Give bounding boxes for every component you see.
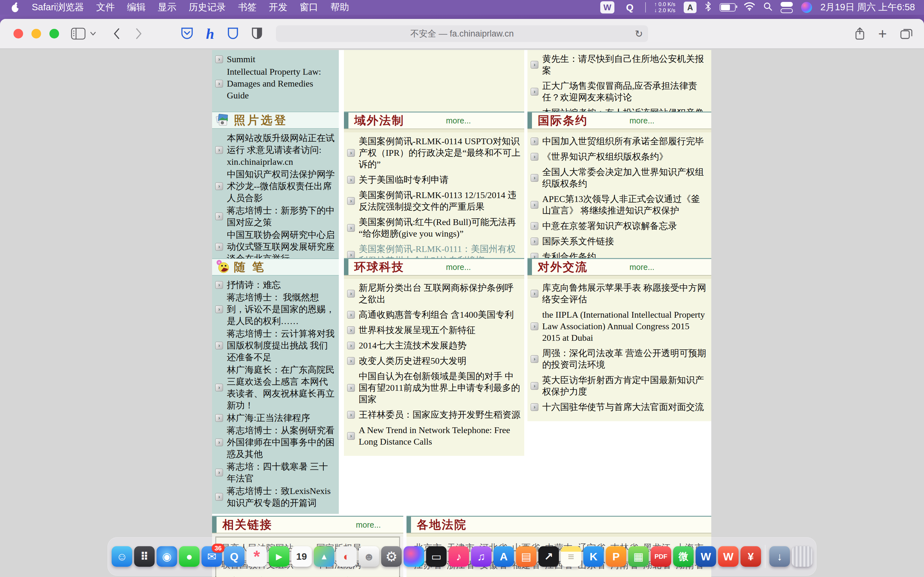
dock-icon-finder[interactable]: ☺: [111, 546, 132, 567]
article-link[interactable]: Intellectual Property Law: Damages and R…: [227, 66, 336, 101]
article-link[interactable]: 林广海庭长：在广东高院民三庭欢送会上感言 本网代表读者、网友祝林庭长再立新功！: [227, 364, 336, 411]
article-link[interactable]: 全国人大常委会决定加入世界知识产权组织版权条约: [542, 166, 709, 189]
dock-icon-mail[interactable]: ✉ 36: [202, 546, 222, 567]
siri-icon[interactable]: [801, 2, 812, 13]
article-link[interactable]: 周强：深化司法改革 营造公开透明可预期的投资司法环境: [542, 348, 709, 371]
menu-item[interactable]: 帮助: [325, 1, 355, 14]
network-speed-indicator[interactable]: ↑ 0.0 K/s ↓ 2.0 K/s: [654, 1, 675, 13]
dock-icon-system-settings[interactable]: ⚙: [381, 546, 402, 567]
article-link[interactable]: 林广海:正当法律程序: [227, 412, 310, 424]
article-link[interactable]: 本网站改版升级网站正在试运行 求意见请读者访问: xin.chinaiprlaw…: [227, 132, 336, 168]
dock-icon-siri[interactable]: [404, 546, 424, 567]
honey-extension-icon[interactable]: h: [206, 25, 214, 42]
pocket-extension-icon[interactable]: [181, 27, 193, 40]
menu-item[interactable]: 编辑: [121, 1, 152, 14]
article-link[interactable]: 美国案例简讯-RLMK-0111：美国州有权利保护其州内企业对抗专利蟑螂: [359, 243, 522, 258]
privacy-shield-icon[interactable]: [252, 27, 262, 40]
reload-icon[interactable]: ↻: [635, 28, 643, 39]
shield-extension-icon[interactable]: [227, 27, 239, 40]
menu-item[interactable]: Safari浏览器: [26, 1, 90, 14]
article-link[interactable]: 蒋志培博士：从案例研究看外国律师在中国事务中的困惑及其他: [227, 424, 336, 460]
dock-icon-downloads[interactable]: ↓: [769, 546, 790, 567]
dock-icon-qq[interactable]: Q: [224, 546, 244, 567]
bluetooth-icon[interactable]: [705, 2, 711, 13]
article-link[interactable]: 十六国驻华使节与首席大法官面对面交流: [542, 401, 704, 413]
dock-icon-notes[interactable]: ≡: [561, 546, 582, 567]
article-link[interactable]: 美国案例简讯:红牛(Red Bull)可能无法再“给你翅膀(give you w…: [359, 216, 522, 239]
back-button[interactable]: [113, 28, 120, 39]
treaties-more-link[interactable]: more...: [630, 116, 654, 125]
article-link[interactable]: 中意在京签署知识产权谅解备忘录: [542, 220, 677, 232]
article-link[interactable]: 库克向鲁炜展示苹果手表 称愿接受中方网络安全评估: [542, 282, 709, 305]
dock-icon-keynote[interactable]: K: [583, 546, 604, 567]
close-window-button[interactable]: [13, 29, 23, 39]
wifi-icon[interactable]: [744, 2, 755, 13]
new-tab-button[interactable]: +: [878, 27, 887, 40]
dock-icon-tv[interactable]: ▭: [426, 546, 447, 567]
article-link[interactable]: 抒情诗：难忘: [227, 279, 281, 291]
article-link[interactable]: Summit: [227, 53, 255, 65]
article-link[interactable]: 美国案例简讯-RLMK-0113 12/15/2014 违反法院强制提交文件的严…: [359, 189, 522, 213]
dock-icon-contacts[interactable]: ☻: [359, 546, 379, 567]
dock-icon-music[interactable]: ♪: [449, 546, 469, 567]
dock-icon-photo-booth[interactable]: ◐: [336, 546, 357, 567]
forward-button[interactable]: [136, 28, 142, 39]
menu-item[interactable]: 书签: [232, 1, 263, 14]
menu-bar-clock[interactable]: 2月19日 周六 上午6:58: [821, 1, 915, 14]
dock-icon-bank-app[interactable]: ¥: [740, 546, 761, 567]
dock-icon-wps-office[interactable]: W: [718, 546, 738, 567]
menu-item[interactable]: 开发: [263, 1, 294, 14]
article-link[interactable]: the IIPLA (International Intellectual Pr…: [542, 309, 709, 343]
dock-icon-messages[interactable]: ●: [179, 546, 200, 567]
article-link[interactable]: 改变人类历史进程50大发明: [359, 355, 467, 367]
article-link[interactable]: 专利合作条约: [542, 251, 596, 258]
article-link[interactable]: 高通收购惠普专利组合 含1400美国专利: [359, 309, 514, 321]
minimize-window-button[interactable]: [31, 29, 41, 39]
dock-icon-trash[interactable]: [792, 546, 813, 567]
dock-icon-maps[interactable]: ▲: [314, 546, 334, 567]
dock-icon-photos[interactable]: *: [246, 546, 267, 567]
article-link[interactable]: 2014七大主流技术发展趋势: [359, 340, 467, 351]
address-bar[interactable]: 不安全 — fa.chinaiprlaw.cn ↻: [276, 25, 648, 42]
dock-icon-podcasts[interactable]: ♫: [471, 546, 491, 567]
article-link[interactable]: 王祥林委员：国家应支持开发野生稻资源: [359, 409, 520, 421]
menu-item[interactable]: 窗口: [294, 1, 325, 14]
spotlight-search-icon[interactable]: [763, 2, 772, 13]
article-link[interactable]: 关于美国临时专利申请: [359, 174, 449, 185]
dock-icon-safari[interactable]: ◉: [157, 546, 177, 567]
menu-item[interactable]: 文件: [90, 1, 121, 14]
article-link[interactable]: 世界科技发展呈现五个新特征: [359, 324, 475, 336]
dock-icon-pages[interactable]: P: [606, 546, 626, 567]
article-link[interactable]: 本网站编者按：有人投诉该网站侵犯音像知识产权严重，要求还中国音像市场一片晴朗天空: [542, 107, 709, 111]
article-link[interactable]: 蒋志培：四十载寒暑 三十年法官: [227, 461, 336, 484]
menu-item[interactable]: 显示: [152, 1, 183, 14]
article-link[interactable]: 中国加入世贸组织所有承诺全部履行完毕: [542, 135, 704, 147]
sidebar-chevron-icon[interactable]: [90, 31, 96, 36]
article-link[interactable]: 《世界知识产权组织版权条约》: [542, 151, 668, 163]
article-link[interactable]: 中国互联协会网研究中心启动仪式暨互联网发展研究座谈会在北京举行: [227, 229, 336, 258]
menu-item[interactable]: 历史记录: [183, 1, 232, 14]
share-icon[interactable]: [855, 27, 865, 40]
article-link[interactable]: 美国案例简讯-RLMK-0114 USPTO对知识产权（IPR）的行政决定是“最…: [359, 135, 522, 170]
dock-icon-launchpad[interactable]: ⠿: [134, 546, 155, 567]
article-link[interactable]: A New Trend in Network Telephone: Free L…: [359, 424, 522, 448]
dock-icon-calendar[interactable]: 19: [291, 546, 312, 567]
article-link[interactable]: 蒋志培博士：云计算将对我国版权制度提出挑战 我们还准备不足: [227, 327, 336, 363]
global-tech-more-link[interactable]: more...: [446, 263, 471, 272]
article-link[interactable]: 新尼斯分类出台 互联网商标保护条例呼之欲出: [359, 282, 522, 305]
apple-menu-icon[interactable]: [11, 2, 19, 13]
article-link[interactable]: 中国知识产权司法保护网学术沙龙--微信版权责任出席人员合影: [227, 168, 336, 204]
article-link[interactable]: 蒋志培博士：致LexisNexis知识产权专题的开篇词: [227, 485, 336, 509]
exchange-more-link[interactable]: more...: [630, 263, 654, 272]
article-link[interactable]: 中国自认为在创新领域是美国的对手 中国有望2011前成为世界上申请专利最多的国家: [359, 371, 522, 405]
article-link[interactable]: APEC第13次领导人非正式会议通过《釜山宣言》 将继续推进知识产权保护: [542, 193, 709, 216]
sidebar-toggle-icon[interactable]: [71, 28, 86, 39]
q-app-menu-icon[interactable]: Q: [623, 1, 637, 13]
article-link[interactable]: 国际关系文件链接: [542, 235, 614, 247]
battery-icon[interactable]: [720, 3, 736, 11]
dock-icon-word[interactable]: W: [696, 546, 716, 567]
foreign-law-more-link[interactable]: more...: [446, 116, 471, 125]
article-link[interactable]: 蒋志培博士： 我慨然想到，诉讼不是国家的恩赐，是人民的权利……: [227, 292, 336, 327]
dock-icon-facetime[interactable]: ▶: [269, 546, 289, 567]
article-link[interactable]: 黄先生：请尽快到自己住所地公安机关报案: [542, 53, 709, 76]
